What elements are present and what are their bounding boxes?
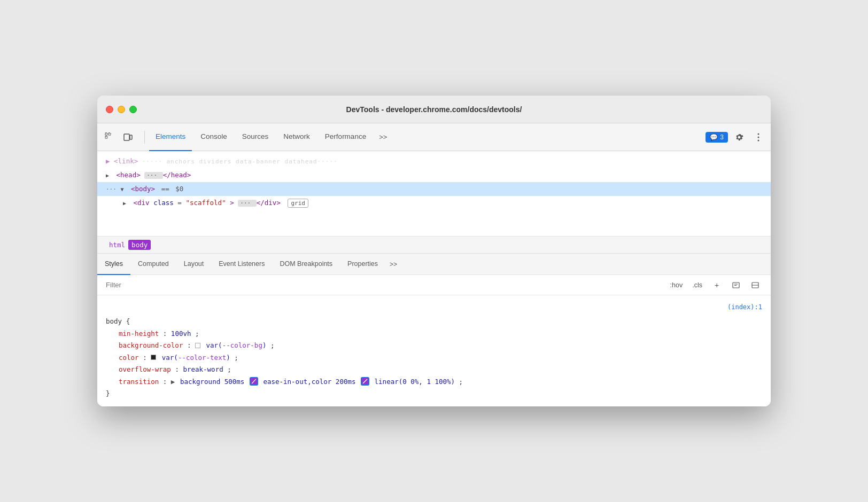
tab-elements[interactable]: Elements — [149, 123, 192, 151]
tab-event-listeners[interactable]: Event Listeners — [211, 254, 272, 275]
window-title: DevTools - developer.chrome.com/docs/dev… — [346, 105, 522, 114]
css-close-brace: } — [106, 388, 762, 400]
titlebar: DevTools - developer.chrome.com/docs/dev… — [97, 96, 771, 123]
svg-rect-2 — [105, 136, 107, 138]
more-options-icon[interactable] — [750, 129, 766, 145]
styles-toolbar: Styles Computed Layout Event Listeners D… — [97, 254, 771, 275]
minimize-button[interactable] — [118, 106, 125, 113]
transition-expand-icon[interactable]: ▶ — [171, 376, 175, 388]
dom-line-faded: ▶ <link> ····· anchors dividers data-ban… — [97, 154, 771, 168]
easing-swatch-2[interactable] — [361, 377, 369, 386]
toggle-computed-icon[interactable] — [748, 278, 762, 292]
filter-input[interactable] — [106, 281, 668, 289]
hov-button[interactable]: :hov — [668, 280, 685, 290]
issues-badge-button[interactable]: 💬 3 — [706, 132, 728, 143]
tab-sources[interactable]: Sources — [236, 123, 275, 151]
device-toggle-icon[interactable] — [120, 129, 136, 145]
tab-network[interactable]: Network — [277, 123, 316, 151]
tab-performance[interactable]: Performance — [319, 123, 373, 151]
tab-dom-breakpoints[interactable]: DOM Breakpoints — [272, 254, 340, 275]
toolbar-separator — [144, 131, 145, 144]
devtools-panel: Elements Console Sources Network Perform… — [97, 123, 771, 406]
devtools-window: DevTools - developer.chrome.com/docs/dev… — [97, 96, 771, 406]
settings-icon[interactable] — [731, 129, 747, 145]
easing-swatch-1[interactable] — [250, 377, 258, 386]
grid-badge[interactable]: grid — [288, 199, 308, 208]
more-tabs-button[interactable]: >> — [375, 129, 391, 145]
css-content: (index):1 body { min-height : 100vh ; ba… — [97, 295, 771, 406]
css-prop-overflow-wrap: overflow-wrap : break-word ; — [106, 364, 762, 376]
css-source-link[interactable]: (index):1 — [727, 302, 762, 313]
svg-rect-4 — [130, 135, 132, 139]
css-prop-color: color : var(--color-text) ; — [106, 352, 762, 364]
traffic-lights — [106, 106, 137, 113]
add-style-icon[interactable]: + — [710, 278, 724, 292]
svg-point-6 — [758, 136, 759, 138]
dom-line-div[interactable]: ▶ <div class = "scaffold" > ··· </div> g… — [97, 196, 771, 210]
svg-rect-3 — [124, 134, 129, 140]
close-button[interactable] — [106, 106, 113, 113]
styles-more-tabs-button[interactable]: >> — [385, 261, 401, 268]
svg-point-7 — [758, 139, 759, 141]
tab-layout[interactable]: Layout — [176, 254, 212, 275]
svg-rect-1 — [108, 133, 111, 135]
css-prop-min-height: min-height : 100vh ; — [106, 328, 762, 340]
dom-line-body[interactable]: ··· ▼ <body> == $0 — [97, 182, 771, 196]
css-prop-transition: transition : ▶ background 500ms ease-in-… — [106, 376, 762, 388]
tab-styles[interactable]: Styles — [97, 254, 130, 275]
svg-rect-0 — [105, 133, 107, 135]
cls-button[interactable]: .cls — [690, 280, 704, 290]
main-toolbar: Elements Console Sources Network Perform… — [97, 123, 771, 151]
tab-console[interactable]: Console — [194, 123, 234, 151]
breadcrumb-body[interactable]: body — [128, 240, 151, 250]
tab-computed[interactable]: Computed — [130, 254, 176, 275]
color-swatch-bg[interactable] — [195, 343, 200, 348]
filter-bar: :hov .cls + — [97, 275, 771, 295]
css-selector-line: body { — [106, 316, 762, 328]
toolbar-right: 💬 3 — [706, 129, 766, 145]
new-style-rule-icon[interactable] — [729, 278, 743, 292]
color-swatch-text[interactable] — [151, 355, 156, 360]
dom-panel: ▶ <link> ····· anchors dividers data-ban… — [97, 151, 771, 237]
tab-properties[interactable]: Properties — [340, 254, 385, 275]
filter-actions: :hov .cls + — [668, 278, 762, 292]
css-prop-background-color: background-color : var(--color-bg) ; — [106, 340, 762, 352]
toolbar-icons — [102, 129, 136, 145]
svg-point-5 — [758, 133, 759, 135]
breadcrumb: html body — [97, 237, 771, 254]
fullscreen-button[interactable] — [129, 106, 137, 113]
breadcrumb-html[interactable]: html — [106, 240, 128, 250]
inspect-icon[interactable] — [102, 129, 118, 145]
dom-line-head[interactable]: ▶ <head> ··· </head> — [97, 168, 771, 182]
